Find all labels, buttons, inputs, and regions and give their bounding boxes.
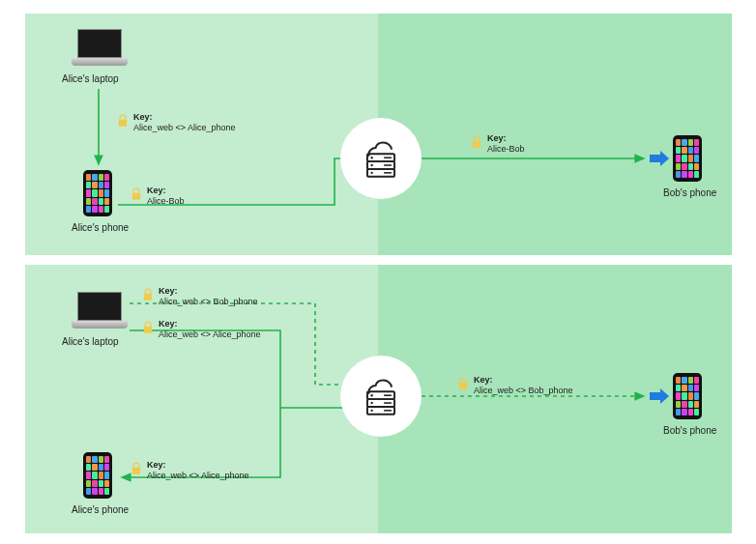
- bob-phone-label: Bob's phone: [663, 425, 716, 436]
- arrow-right-icon: [650, 151, 669, 166]
- lock-icon: [130, 187, 143, 201]
- lock-icon: [130, 462, 143, 475]
- diagram-canvas: Alice's laptop Key: Alice_web <> Alice_p…: [0, 0, 756, 544]
- svg-point-15: [370, 394, 372, 396]
- key-label-4: Key: Alice_web <> Bob_phone: [159, 286, 258, 308]
- key-label-2: Key: Alice-Bob: [147, 186, 185, 208]
- phone-icon: [673, 135, 702, 182]
- key-heading: Key:: [487, 133, 507, 143]
- lock-icon: [141, 321, 155, 334]
- key-heading: Key:: [147, 186, 166, 195]
- server-cloud-icon: [357, 134, 405, 183]
- lock-icon: [470, 135, 483, 149]
- lock-icon: [116, 114, 130, 128]
- svg-point-16: [370, 402, 372, 404]
- lock-icon: [456, 377, 470, 390]
- phone-icon: [83, 170, 112, 216]
- lock-icon: [141, 288, 155, 301]
- alice-laptop-label: Alice's laptop: [62, 73, 119, 84]
- key-heading: Key:: [474, 375, 493, 385]
- laptop-icon: [72, 292, 128, 330]
- key-heading: Key:: [147, 460, 166, 470]
- key-value: Alice-Bob: [487, 144, 525, 154]
- key-label-5: Key: Alice_web <> Alice_phone: [159, 319, 261, 341]
- alice-phone-label: Alice's phone: [72, 504, 129, 515]
- phone-icon: [83, 452, 112, 499]
- laptop-icon: [72, 29, 128, 68]
- svg-point-7: [370, 172, 372, 174]
- server-icon: [340, 118, 422, 199]
- key-heading: Key:: [133, 112, 153, 122]
- scenario-panel-bottom: Alice's laptop Key: Alice_web <> Bob_pho…: [25, 265, 732, 533]
- svg-point-6: [370, 164, 372, 166]
- bob-phone-label: Bob's phone: [663, 187, 716, 198]
- svg-point-5: [370, 157, 372, 158]
- key-heading: Key:: [159, 319, 178, 329]
- key-label-6: Key: Alice_web <> Alice_phone: [147, 460, 249, 482]
- key-value: Alice_web <> Alice_phone: [133, 123, 236, 132]
- key-heading: Key:: [159, 286, 178, 296]
- key-label-7: Key: Alice_web <> Bob_phone: [474, 375, 573, 397]
- server-icon: [340, 356, 422, 437]
- key-value: Alice_web <> Bob_phone: [474, 386, 573, 395]
- key-label-3: Key: Alice-Bob: [487, 133, 525, 156]
- key-value: Alice_web <> Alice_phone: [147, 471, 249, 480]
- scenario-panel-top: Alice's laptop Key: Alice_web <> Alice_p…: [25, 14, 732, 255]
- server-cloud-icon: [357, 372, 405, 420]
- key-value: Alice-Bob: [147, 196, 185, 206]
- arrow-right-icon: [650, 388, 669, 404]
- key-value: Alice_web <> Bob_phone: [159, 297, 258, 306]
- key-value: Alice_web <> Alice_phone: [159, 329, 261, 339]
- phone-icon: [673, 373, 702, 419]
- alice-laptop-label: Alice's laptop: [62, 336, 119, 347]
- svg-point-17: [370, 410, 372, 412]
- key-label-1: Key: Alice_web <> Alice_phone: [133, 112, 236, 134]
- bob-side-top: [378, 14, 732, 255]
- alice-phone-label: Alice's phone: [72, 222, 129, 233]
